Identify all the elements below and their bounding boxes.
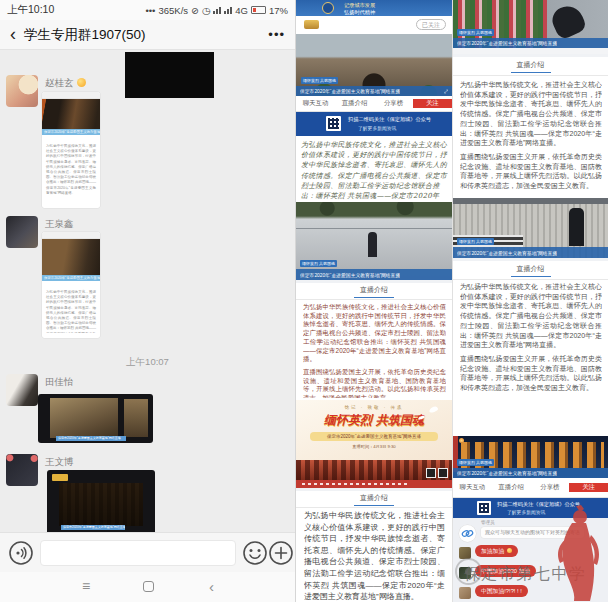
home-icon[interactable] [143,581,154,592]
network-type-text: 4G [235,5,248,16]
live-page-screenshot-1: 记录城市发展 弘扬时代精神 已关注 缅怀英烈 共筑国魂 保定市2020年“走进爱… [295,0,452,602]
thumbs-up-emoji [507,548,512,553]
status-bar: 上午10:10 ••• 365K/s ⊘ ◷ 4G 17% [0,0,295,20]
mute-icon: ⊘ [191,5,199,16]
more-menu-icon[interactable]: ••• [268,27,285,42]
live-tabs: 聊天互动 直播介绍 分享榜 关注 [296,96,452,112]
sky-strip [453,198,608,204]
network-speed-text: 365K/s [158,5,188,16]
tab-intro[interactable]: 直播介绍 [335,99,374,108]
clock-text: 上午10:10 [7,3,54,17]
redacted-image [125,52,214,98]
follow-pill-button[interactable]: 已关注 [416,19,446,30]
wechat-panel: 上午10:10 ••• 365K/s ⊘ ◷ 4G 17% ‹ 学生专用群190… [0,0,295,602]
avatar[interactable] [6,454,38,486]
tab-chat[interactable]: 聊天互动 [296,99,335,108]
red-banner [453,436,458,472]
back-icon[interactable]: ‹ [10,24,16,45]
battery-icon [251,6,266,14]
sender-name: 王泉鑫 [45,218,74,231]
section-tab[interactable]: 直播介绍 [453,54,608,76]
video-caption: 保定市2020年“走进爱国主义教育基地”网络直播 [42,129,100,135]
bowing-figure [548,1,588,41]
historic-group-photo [59,483,143,526]
intro-paragraph-2: 直播围绕弘扬爱国主义开展，依托革命历史类纪念设施、遗址和爱国主义教育基地、国防教… [303,368,446,398]
qr-banner: 扫描二维码关注《保定旭城》公众号 了解更多新闻资讯 [296,112,452,136]
photo-caption: 保定市2020年“走进爱国主义教育基地”网络直播 [56,436,126,441]
chat-bubble-text: 加油加油 [481,548,504,554]
shared-article-card[interactable]: 保定市2020年“走进爱国主义教育基地”网络直播 为弘扬中华民族传统文化，推进社… [42,92,100,208]
live-video-player[interactable]: 缅怀英烈 共筑国魂 保定市2020年“走进爱国主义教育基地”网络直播 ⤢ [296,34,452,96]
android-nav-bar: ≡ ‹ [0,572,295,602]
intro-paragraph-2: 直播围绕弘扬爱国主义开展，依托革命历史类纪念设施、遗址和爱国主义教育基地、国防教… [460,152,602,191]
caption-bar: 保定市2020年“走进爱国主义教育基地”网络直播 ⤢ [296,86,452,96]
fullscreen-icon[interactable]: ⤢ [444,89,448,94]
chat-bubble: 中国加油!?!?! ! ! [475,585,528,597]
poster-subtitle: 保定市2020年“走进爱国主义教育基地”网络直播 [310,432,438,441]
article-text-preview: 为弘扬中华民族传统文化，推进社会主义核心价值体系建设，更好的践行中国传统节日，抒… [42,141,100,201]
tab-share[interactable]: 分享榜 [531,483,570,492]
poster-footer-strip [296,480,452,488]
tab-share[interactable]: 分享榜 [374,99,413,108]
live-tabs: 聊天互动 直播介绍 分享榜 关注 [453,478,608,498]
admin-avatar [459,525,476,542]
text-input[interactable] [40,540,236,566]
emoji-icon[interactable] [242,540,268,566]
tab-intro[interactable]: 直播介绍 [492,483,531,492]
video-caption: 保定市2020年“走进爱国主义教育基地”网络直播 [42,275,100,281]
shared-photo[interactable]: 保定市2020年“走进爱国主义教育基地”网络直播 [47,470,155,532]
composite-screenshot: 上午10:10 ••• 365K/s ⊘ ◷ 4G 17% ‹ 学生专用群190… [0,0,608,602]
video-thumbnail: 保定市2020年“走进爱国主义教育基地”网络直播 [42,99,100,135]
signal-bars-icon [224,6,232,14]
visitor-figure [569,208,584,246]
plaza-railing [296,228,452,229]
event-poster: 铭记 · 致敬 · 传承 缅怀英烈 共筑国魂 保定市2020年“走进爱国主义教育… [296,400,452,488]
sender-name-text: 田佳怡 [45,376,74,387]
caption-bar: 保定市2020年“走进爱国主义教育基地”网络直播 [453,247,608,258]
tab-chat[interactable]: 聊天互动 [453,483,492,492]
intro-paragraphs: 为弘扬中华民族传统文化，推进社会主义核心价值体系建设，更好的践行中国传统节日，抒… [303,303,446,398]
message-input-bar [0,532,295,572]
caption-badge: 缅怀英烈 共筑国魂 [457,238,494,245]
wreath-video-frame[interactable]: 缅怀英烈 共筑国魂 保定市2020年“走进爱国主义教育基地”网络直播 [453,0,608,48]
caption-text: 保定市2020年“走进爱国主义教育基地”网络直播 [457,250,557,256]
message-list[interactable]: 赵桂玄 保定市2020年“走进爱国主义教育基地”网络直播 为弘扬中华民族传统文化… [0,50,295,532]
status-icon-cluster: ••• 365K/s ⊘ ◷ 4G 17% [145,5,288,16]
live-video-frame[interactable]: 缅怀英烈 共筑国魂 保定市2020年“走进爱国主义教育基地”网络直播 [296,202,452,280]
shared-photo[interactable]: 保定市2020年“走进爱国主义教育基地”网络直播 [38,394,153,443]
caption-text: 保定市2020年“走进爱国主义教育基地”网络直播 [457,40,557,46]
header-slogan-1: 记录城市发展 [344,2,375,8]
night-monument-frame[interactable]: 缅怀英烈 共筑国魂 保定市2020年“走进爱国主义教育基地”网络直播 [453,436,608,478]
qr-text-2: 了解更多新闻资讯 [358,125,396,131]
relief-wall-video-frame[interactable]: 缅怀英烈 共筑国魂 保定市2020年“走进爱国主义教育基地”网络直播 [453,198,608,258]
section-tab[interactable]: 直播介绍 [296,488,452,508]
station-logo [304,20,319,29]
section-tab[interactable]: 直播介绍 [296,280,452,300]
intro-paragraph-1: 为弘扬中华民族传统文化，推进社会主义核心价值体系建设，更好的践行中国传统节日，抒… [460,282,602,350]
sender-name-text: 王文博 [45,456,74,467]
avatar[interactable] [6,216,38,248]
live-page-screenshot-2: 缅怀英烈 共筑国魂 保定市2020年“走进爱国主义教育基地”网络直播 直播介绍 … [452,0,608,602]
recents-icon[interactable]: ≡ [82,578,90,594]
sender-name: 赵桂玄 [45,77,86,90]
qr-text-1: 扫描二维码关注《保定旭城》公众号 [348,116,431,123]
android-back-icon[interactable]: ‹ [209,578,214,595]
chat-header: ‹ 学生专用群1907(50) ••• [0,20,295,50]
avatar[interactable] [6,75,38,107]
historic-photo [50,398,118,438]
voice-input-icon[interactable] [8,540,34,566]
avatar[interactable] [6,374,38,406]
follow-button[interactable]: 关注 [569,483,608,492]
caption-text: 保定市2020年“走进爱国主义教育基地”网络直播 [300,272,400,278]
follow-button[interactable]: 关注 [413,99,452,108]
card-header-strip [42,232,100,239]
caption-bar: 保定市2020年“走进爱国主义教育基地”网络直播 [453,468,608,478]
qr-code [326,116,341,131]
card-header-strip [42,92,100,99]
chain-link-icon [459,525,476,542]
more-attach-icon[interactable] [268,540,294,566]
section-tab[interactable]: 直播介绍 [453,258,608,280]
shared-article-card[interactable]: 保定市2020年“走进爱国主义教育基地”网络直播 为弘扬中华民族传统文化，推进社… [42,232,100,338]
sender-name: 田佳怡 [45,376,74,389]
timestamp: 上午10:07 [0,356,295,369]
